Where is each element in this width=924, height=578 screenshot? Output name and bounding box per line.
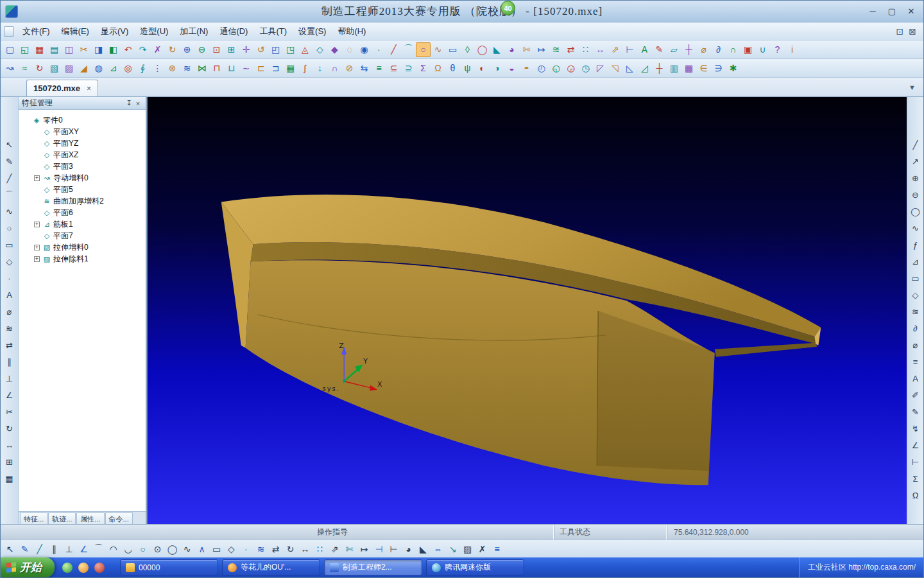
zebra-analysis[interactable]: ψ [460,61,475,76]
antivirus-icon[interactable] [62,563,73,573]
parallel-vtool[interactable]: ∥ [3,355,16,369]
scale-tool[interactable]: ⇗ [327,541,342,556]
redraw[interactable]: ↻ [165,42,180,57]
machine-setup[interactable]: ◹ [608,61,622,76]
panel-close-icon[interactable]: × [133,100,142,107]
explode[interactable]: ⊇ [401,61,416,76]
measure-rtool[interactable]: ⊢ [909,455,922,469]
new-file[interactable]: ▢ [3,42,17,57]
draw-ellipse[interactable]: ◯ [475,42,490,57]
spline-vtool[interactable]: ∿ [3,205,16,218]
offset-vtool[interactable]: ≋ [3,322,16,335]
tree-item[interactable]: +▧拉伸增料0 [19,241,146,253]
view-front[interactable]: ◰ [268,42,283,57]
select-tool[interactable]: ↖ [3,541,17,556]
camera[interactable]: ◓ [519,61,534,76]
circle-tangent[interactable]: ⊙ [150,541,165,556]
surface-tool[interactable]: ∩ [726,42,740,57]
align[interactable]: ≡ [372,61,386,76]
pin-icon[interactable]: ↧ [124,99,133,107]
circle-tool[interactable]: ○ [135,541,150,556]
copy-tool[interactable]: ∷ [312,541,327,556]
rectangle-tool[interactable]: ▭ [209,541,224,556]
curvature-map[interactable]: θ [445,61,460,76]
menu-modeling[interactable]: 造型(U) [134,23,174,40]
arc-3pt[interactable]: ◠ [106,541,121,556]
tree-item[interactable]: ◈零件0 [19,114,146,126]
line-rtool[interactable]: ╱ [909,138,922,152]
sketch-pencil[interactable]: ✎ [17,541,32,556]
view-top[interactable]: ◳ [283,42,298,57]
point-tool[interactable]: ∙ [239,541,253,556]
expand-toggle-icon[interactable] [34,141,40,146]
boolean-union[interactable]: ∪ [755,42,770,57]
open-file[interactable]: ◱ [17,42,32,57]
layer-vtool[interactable]: ▦ [3,472,16,486]
function-rtool[interactable]: ƒ [909,238,922,252]
tree-item[interactable]: ◇平面XZ [19,149,146,161]
patch-surface[interactable]: ⊏ [253,61,268,76]
expand-toggle-icon[interactable] [34,187,40,193]
pan[interactable]: ✛ [239,42,253,57]
post-process[interactable]: ◷ [578,61,593,76]
draw-spline[interactable]: ∿ [431,42,445,57]
trim[interactable]: ✄ [519,42,534,57]
sweep-feature[interactable]: ↝ [3,61,17,76]
draw-arc[interactable]: ⌒ [401,42,416,57]
line-vtool[interactable]: ╱ [3,171,16,185]
info[interactable]: i [785,42,800,57]
diameter-rtool[interactable]: ⌀ [909,338,922,352]
library[interactable]: ∋ [711,61,726,76]
sum-rtool[interactable]: Σ [909,472,922,486]
select-arrow[interactable]: ↖ [3,138,16,152]
rect-rtool[interactable]: ▭ [909,272,922,285]
wave-rtool[interactable]: ∿ [909,222,922,235]
tree-item[interactable]: +▨拉伸除料1 [19,253,146,265]
mass-properties[interactable]: Ω [431,61,445,76]
menu-machining[interactable]: 加工(N) [174,23,214,40]
taskbar-task-button[interactable]: 腾讯网迷你版 [426,559,524,575]
circular-pattern[interactable]: ⊛ [165,61,180,76]
draw-point[interactable]: ∙ [372,42,386,57]
rotate-tool[interactable]: ↻ [283,541,298,556]
scale[interactable]: ⇗ [608,42,622,57]
expand-toggle-icon[interactable]: + [34,256,40,262]
print[interactable]: ▤ [47,42,62,57]
save-file[interactable]: ▦ [32,42,47,57]
array[interactable]: ∷ [578,42,593,57]
draw-polygon[interactable]: ◊ [460,42,475,57]
expand-toggle-icon[interactable] [34,152,40,158]
rect-vtool[interactable]: ▭ [3,238,16,252]
panel-tab[interactable]: 命令... [105,512,133,524]
close-doc-icon[interactable]: ⊠ [909,26,916,37]
grid-vtool[interactable]: ⊞ [3,455,16,469]
join-tool[interactable]: ⊢ [386,541,401,556]
start-button[interactable]: 开始 [1,557,55,577]
menu-help[interactable]: 帮助(H) [332,23,372,40]
document-tab[interactable]: 150720.mxe × [26,80,98,96]
polygon-tool[interactable]: ◇ [224,541,239,556]
zoom-in[interactable]: ⊕ [180,42,194,57]
perpendicular-line[interactable]: ⊥ [62,541,76,556]
rib-feature[interactable]: ⊿ [106,61,121,76]
measure[interactable]: ⌀ [696,42,711,57]
ellipse-tool[interactable]: ◯ [165,541,180,556]
verify-machining[interactable]: ◸ [593,61,608,76]
music-app-icon[interactable] [78,563,89,573]
dimension[interactable]: ⊢ [622,42,637,57]
hide-entity[interactable]: ◌ [342,42,357,57]
taskbar-task-button[interactable]: 00000 [120,559,218,575]
expand-toggle-icon[interactable] [34,210,40,216]
point-vtool[interactable]: ∙ [3,272,16,285]
draw-rectangle[interactable]: ▭ [445,42,460,57]
attribute-tool[interactable]: ∈ [696,61,711,76]
tab-list-dropdown-icon[interactable]: ▼ [909,83,916,91]
layer-manager[interactable]: ▥ [667,61,681,76]
polyline-tool[interactable]: ∧ [194,541,209,556]
mirror-tool[interactable]: ⇄ [268,541,283,556]
work-plane[interactable]: ▱ [667,42,681,57]
fixture-setup[interactable]: ◿ [637,61,652,76]
shell-feature[interactable]: ◍ [91,61,106,76]
sketch-mode[interactable]: ✎ [3,155,16,168]
project-curve[interactable]: ↓ [312,61,327,76]
